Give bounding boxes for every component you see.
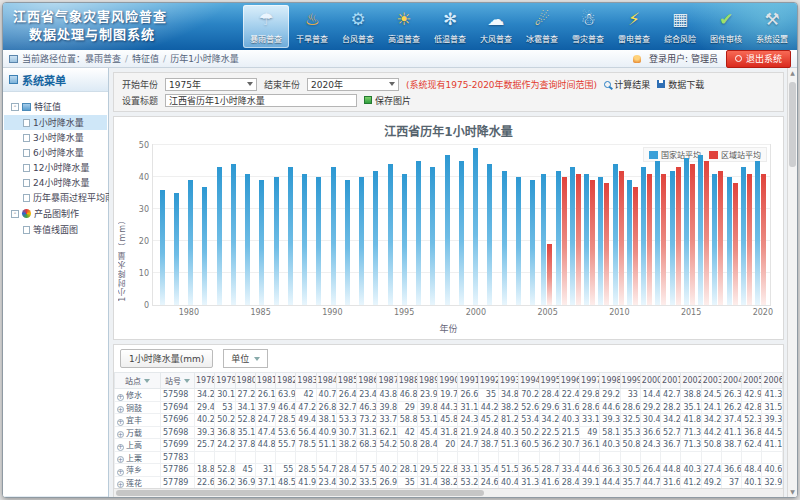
year-column-header[interactable]: 1992 bbox=[478, 373, 498, 389]
horizontal-scrollbar[interactable] bbox=[114, 488, 783, 497]
expand-icon[interactable]: + bbox=[117, 469, 124, 476]
year-column-header[interactable]: 1997 bbox=[580, 373, 600, 389]
expand-icon[interactable]: + bbox=[117, 419, 124, 426]
scroll-up-arrow[interactable]: ▲ bbox=[788, 68, 797, 78]
station-name-cell[interactable]: +宜丰 bbox=[115, 414, 161, 427]
value-cell: 40.7 bbox=[316, 389, 336, 402]
tree-group-1[interactable]: -产品图制作 bbox=[4, 205, 107, 222]
year-column-header[interactable]: 2002 bbox=[681, 373, 701, 389]
value-cell: 58.1 bbox=[600, 426, 620, 439]
toolbar-item-rainstorm[interactable]: ☂暴雨普查 bbox=[243, 5, 289, 48]
year-column-header[interactable]: 1980 bbox=[235, 373, 255, 389]
sidebar-item-6小时降水量[interactable]: 6小时降水量 bbox=[4, 145, 107, 160]
station-name-cell[interactable]: +铜鼓 bbox=[115, 401, 161, 414]
year-column-header[interactable]: 2005 bbox=[742, 373, 762, 389]
data-download-button[interactable]: 数据下载 bbox=[657, 78, 704, 91]
year-column-header[interactable]: 1982 bbox=[276, 373, 296, 389]
year-column-header[interactable]: 1998 bbox=[600, 373, 620, 389]
toolbar-item-drought[interactable]: ♨干旱普查 bbox=[289, 5, 335, 48]
scroll-down-arrow[interactable]: ▼ bbox=[788, 487, 797, 497]
expand-icon[interactable]: + bbox=[117, 406, 124, 413]
station-name-cell[interactable]: +萍乡 bbox=[115, 464, 161, 477]
sidebar-item-历年暴雨过程平均雨量[interactable]: 历年暴雨过程平均雨量 bbox=[4, 190, 107, 205]
save-image-button[interactable]: 保存图片 bbox=[364, 94, 411, 107]
year-column-header[interactable]: 1978 bbox=[195, 373, 215, 389]
year-column-header[interactable]: 1989 bbox=[417, 373, 437, 389]
year-column-header[interactable]: 2001 bbox=[661, 373, 681, 389]
station-name-cell[interactable]: +上高 bbox=[115, 439, 161, 452]
breadcrumb-item[interactable]: 历年1小时降水量 bbox=[170, 52, 239, 65]
toolbar-item-typhoon[interactable]: ⚙台风普查 bbox=[335, 5, 381, 48]
toolbar-item-high-temp[interactable]: ☀高温普查 bbox=[381, 5, 427, 48]
station-name-cell[interactable]: +莲花 bbox=[115, 476, 161, 489]
bar-national-avg bbox=[755, 161, 760, 305]
breadcrumb-item[interactable]: 暴雨普查 bbox=[85, 52, 121, 65]
year-column-header[interactable]: 2004 bbox=[721, 373, 741, 389]
vertical-scrollbar-thumb[interactable] bbox=[789, 82, 796, 167]
calculate-button[interactable]: 计算结果 bbox=[604, 78, 650, 91]
toolbar-item-settings[interactable]: ⚒系统设置 bbox=[749, 5, 795, 48]
sidebar-item-12小时降水量[interactable]: 12小时降水量 bbox=[4, 160, 107, 175]
sidebar-item-3小时降水量[interactable]: 3小时降水量 bbox=[4, 130, 107, 145]
year-column-header[interactable]: 1988 bbox=[397, 373, 417, 389]
year-column-header[interactable]: 2003 bbox=[701, 373, 721, 389]
vertical-scrollbar[interactable]: ▲ ▼ bbox=[787, 68, 797, 497]
toolbar-item-low-temp[interactable]: ✻低温普查 bbox=[427, 5, 473, 48]
year-column-header[interactable]: 1996 bbox=[559, 373, 579, 389]
expand-icon[interactable]: + bbox=[117, 481, 124, 488]
value-cell: 33.4 bbox=[559, 464, 579, 477]
year-column-header[interactable]: 2000 bbox=[640, 373, 660, 389]
bar-national-avg bbox=[188, 180, 193, 305]
year-column-header[interactable]: 1990 bbox=[438, 373, 458, 389]
year-column-header[interactable]: 1983 bbox=[296, 373, 316, 389]
x-tick-label: 1985 bbox=[250, 308, 270, 317]
station-name-cell[interactable]: +修水 bbox=[115, 389, 161, 402]
view-selector-button[interactable]: 1小时降水量(mm) bbox=[120, 349, 213, 368]
sidebar-item-等值线面图[interactable]: 等值线面图 bbox=[4, 222, 107, 237]
sort-icon[interactable] bbox=[184, 379, 190, 383]
year-column-header[interactable]: 1994 bbox=[519, 373, 539, 389]
column-header-站号[interactable]: 站号 bbox=[161, 373, 195, 389]
year-column-header[interactable]: 1993 bbox=[498, 373, 518, 389]
table-row: +莲花5778922.636.236.937.148.541.923.430.2… bbox=[115, 476, 783, 489]
year-column-header[interactable]: 1979 bbox=[215, 373, 235, 389]
expand-icon[interactable]: + bbox=[117, 444, 124, 451]
chart-title-input[interactable] bbox=[165, 94, 357, 107]
expand-icon[interactable]: + bbox=[117, 456, 124, 463]
year-column-header[interactable]: 1985 bbox=[336, 373, 356, 389]
year-column-header[interactable]: 1991 bbox=[458, 373, 478, 389]
sidebar-item-24小时降水量[interactable]: 24小时降水量 bbox=[4, 175, 107, 190]
station-name-cell[interactable]: +万载 bbox=[115, 426, 161, 439]
expander-icon[interactable]: - bbox=[11, 103, 19, 111]
toolbar-item-composite-risk[interactable]: ▦综合风险 bbox=[657, 5, 703, 48]
toolbar-item-snow[interactable]: ☃雪灾普查 bbox=[565, 5, 611, 48]
toolbar-item-gale[interactable]: ☁大风普查 bbox=[473, 5, 519, 48]
exit-system-button[interactable]: 退出系统 bbox=[726, 50, 791, 68]
year-column-header[interactable]: 1984 bbox=[316, 373, 336, 389]
year-column-header[interactable]: 2006 bbox=[762, 373, 783, 389]
station-name-cell[interactable]: +上栗 bbox=[115, 451, 161, 464]
unit-select[interactable]: 单位 bbox=[223, 349, 268, 368]
expander-icon[interactable]: - bbox=[11, 210, 19, 218]
year-column-header[interactable]: 1986 bbox=[357, 373, 377, 389]
sidebar-item-1小时降水量[interactable]: 1小时降水量 bbox=[4, 115, 107, 130]
year-column-header[interactable]: 1999 bbox=[620, 373, 640, 389]
expand-icon[interactable]: + bbox=[117, 394, 124, 401]
year-column-header[interactable]: 1981 bbox=[255, 373, 275, 389]
value-cell: 40.2 bbox=[195, 414, 215, 427]
column-header-站点[interactable]: 站点 bbox=[115, 373, 161, 389]
toolbar-item-lightning[interactable]: ⚡雷电普查 bbox=[611, 5, 657, 48]
end-year-select[interactable]: 2020年 bbox=[307, 78, 399, 91]
breadcrumb-item[interactable]: 特征值 bbox=[132, 52, 159, 65]
horizontal-scrollbar-thumb[interactable] bbox=[116, 490, 484, 496]
sort-icon[interactable] bbox=[144, 379, 150, 383]
toolbar-item-map-review[interactable]: ✔图件审核 bbox=[703, 5, 749, 48]
toolbar-item-hail[interactable]: ☄冰雹普查 bbox=[519, 5, 565, 48]
value-cell: 41.3 bbox=[762, 389, 783, 402]
start-year-select[interactable]: 1975年 bbox=[165, 78, 257, 91]
expand-icon[interactable]: + bbox=[117, 431, 124, 438]
bar-regional-avg bbox=[633, 187, 638, 305]
year-column-header[interactable]: 1995 bbox=[539, 373, 559, 389]
year-column-header[interactable]: 1987 bbox=[377, 373, 397, 389]
tree-group-0[interactable]: -特征值 bbox=[4, 98, 107, 115]
